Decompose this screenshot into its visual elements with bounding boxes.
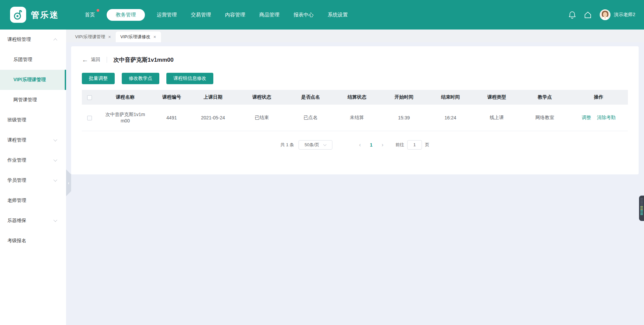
sidebar-item-vip-theory-course[interactable]: VIP/乐理课管理 xyxy=(0,70,66,90)
tab-vip-course-edit[interactable]: VIP/乐理课修改 × xyxy=(116,32,161,42)
edge-widget-handle[interactable] xyxy=(639,196,644,221)
pagination: 共 1 条 50条/页 ‹ 1 › 前往 页 xyxy=(82,140,628,150)
col-teaching-point: 教学点 xyxy=(520,90,569,105)
sidebar-item-course-group[interactable]: 课程组管理 xyxy=(0,30,66,50)
close-icon[interactable]: × xyxy=(153,35,156,39)
notification-dot-icon xyxy=(97,9,99,12)
chevron-down-icon xyxy=(53,158,57,161)
prev-page-button[interactable]: ‹ xyxy=(359,142,361,148)
cell-class-date: 2021-05-24 xyxy=(190,105,236,131)
col-course-status: 课程状态 xyxy=(236,90,287,105)
sidebar-item-homework-management[interactable]: 作业管理 xyxy=(0,150,66,170)
content-area: ← 返回 次中音萨克斯1v1mm00 批量调整 修改教学点 课程组信息修改 xyxy=(66,42,644,325)
logo-music-note-icon xyxy=(10,7,26,23)
pager: ‹ 1 › xyxy=(359,142,383,148)
nav-content-management[interactable]: 内容管理 xyxy=(219,9,251,21)
layout: 课程组管理 乐团管理 VIP/乐理课管理 网管课管理 班级管理 课程管理 作业管… xyxy=(0,30,644,325)
nav-report-center[interactable]: 报表中心 xyxy=(288,9,319,21)
sidebar-item-teacher-management[interactable]: 老师管理 xyxy=(0,191,66,211)
course-group-card: ← 返回 次中音萨克斯1v1mm00 批量调整 修改教学点 课程组信息修改 xyxy=(71,46,639,174)
sidebar-item-orchestra[interactable]: 乐团管理 xyxy=(0,50,66,70)
next-page-button[interactable]: › xyxy=(382,142,383,148)
cell-course-type: 线上课 xyxy=(473,105,520,131)
chevron-down-icon xyxy=(53,218,57,222)
nav-academic-management[interactable]: 教务管理 xyxy=(107,9,145,21)
app-title: 管乐迷 xyxy=(31,9,59,20)
sidebar-item-online-admin-course[interactable]: 网管课管理 xyxy=(0,90,66,110)
user-name: 演示老师2 xyxy=(614,12,635,18)
course-table: 课程名称 课程编号 上课日期 课程状态 是否点名 结算状态 开始时间 结束时间 … xyxy=(82,90,628,131)
cell-settle-status: 未结算 xyxy=(333,105,380,131)
page-title: 次中音萨克斯1v1mm00 xyxy=(113,56,174,64)
col-settle-status: 结算状态 xyxy=(333,90,380,105)
chevron-down-icon xyxy=(53,178,57,181)
nav-system-settings[interactable]: 系统设置 xyxy=(322,9,354,21)
nav-operation-management[interactable]: 运营管理 xyxy=(151,9,182,21)
tab-bar: VIP/乐理课管理 × VIP/乐理课修改 × xyxy=(66,30,644,42)
col-actions: 操作 xyxy=(570,90,628,105)
nav-home[interactable]: 首页 xyxy=(79,9,101,21)
toolbar: 批量调整 修改教学点 课程组信息修改 xyxy=(82,73,628,84)
sidebar-item-class-management[interactable]: 班级管理 xyxy=(0,110,66,130)
cell-teaching-point: 网络教室 xyxy=(520,105,569,131)
back-arrow-icon: ← xyxy=(82,57,88,63)
bell-icon[interactable] xyxy=(569,11,576,19)
table-header-row: 课程名称 课程编号 上课日期 课程状态 是否点名 结算状态 开始时间 结束时间 … xyxy=(82,90,628,105)
col-course-name: 课程名称 xyxy=(97,90,153,105)
col-end-time: 结束时间 xyxy=(428,90,473,105)
tab-vip-course-management[interactable]: VIP/乐理课管理 × xyxy=(70,32,116,42)
adjust-link[interactable]: 调整 xyxy=(582,115,591,120)
goto-label: 前往 xyxy=(395,142,404,148)
sidebar-item-instrument-maintenance[interactable]: 乐器维保 xyxy=(0,211,66,231)
cell-end-time: 16:24 xyxy=(428,105,473,131)
sidebar-item-grading-registration[interactable]: 考级报名 xyxy=(0,231,66,251)
divider xyxy=(107,57,107,63)
col-course-type: 课程类型 xyxy=(473,90,520,105)
chevron-down-icon xyxy=(323,143,327,146)
col-course-id: 课程编号 xyxy=(153,90,190,105)
main-area: VIP/乐理课管理 × VIP/乐理课修改 × ← 返回 次中音萨克斯1v1mm… xyxy=(66,30,644,325)
goto-page: 前往 页 xyxy=(395,140,429,150)
cell-actions: 调整 清除考勤 xyxy=(570,105,628,131)
cell-course-id: 4491 xyxy=(153,105,190,131)
goto-page-input[interactable] xyxy=(407,140,422,150)
sidebar: 课程组管理 乐团管理 VIP/乐理课管理 网管课管理 班级管理 课程管理 作业管… xyxy=(0,30,66,325)
page-unit-label: 页 xyxy=(425,142,429,148)
current-page[interactable]: 1 xyxy=(370,142,373,148)
row-checkbox[interactable] xyxy=(87,116,92,120)
total-count: 共 1 条 xyxy=(280,142,294,148)
sidebar-item-course-management[interactable]: 课程管理 xyxy=(0,130,66,150)
page-size-select[interactable]: 50条/页 xyxy=(299,140,332,150)
cell-start-time: 15:39 xyxy=(380,105,427,131)
clear-attendance-link[interactable]: 清除考勤 xyxy=(597,115,615,120)
col-class-date: 上课日期 xyxy=(190,90,236,105)
col-rollcall-status: 是否点名 xyxy=(287,90,333,105)
cell-course-name: 次中音萨克斯1v1mm00 xyxy=(105,111,145,124)
edit-teaching-point-button[interactable]: 修改教学点 xyxy=(122,73,159,84)
select-all-checkbox[interactable] xyxy=(87,95,92,100)
batch-adjust-button[interactable]: 批量调整 xyxy=(82,73,115,84)
cell-rollcall-status: 已点名 xyxy=(287,105,333,131)
navbar-right: 演示老师2 xyxy=(569,9,635,20)
back-button[interactable]: ← 返回 xyxy=(82,57,100,63)
home-icon[interactable] xyxy=(584,11,592,19)
music-note-icon xyxy=(13,9,23,20)
user-menu[interactable]: 演示老师2 xyxy=(600,9,635,20)
edit-course-group-info-button[interactable]: 课程组信息修改 xyxy=(166,73,213,84)
col-start-time: 开始时间 xyxy=(380,90,427,105)
avatar xyxy=(600,9,610,20)
close-icon[interactable]: × xyxy=(108,35,111,39)
top-navbar: 管乐迷 首页 教务管理 运营管理 交易管理 内容管理 商品管理 报表中心 系统设… xyxy=(0,0,644,30)
sidebar-item-student-management[interactable]: 学员管理 xyxy=(0,170,66,191)
nav-transaction-management[interactable]: 交易管理 xyxy=(185,9,217,21)
table-row: 次中音萨克斯1v1mm00 4491 2021-05-24 已结束 已点名 未结… xyxy=(82,105,628,131)
cell-course-status: 已结束 xyxy=(236,105,287,131)
chevron-up-icon xyxy=(53,38,57,42)
page-header: ← 返回 次中音萨克斯1v1mm00 xyxy=(82,54,628,66)
main-nav: 首页 教务管理 运营管理 交易管理 内容管理 商品管理 报表中心 系统设置 xyxy=(79,9,354,21)
chevron-down-icon xyxy=(53,138,57,141)
nav-product-management[interactable]: 商品管理 xyxy=(254,9,285,21)
app-logo[interactable]: 管乐迷 xyxy=(10,7,59,23)
